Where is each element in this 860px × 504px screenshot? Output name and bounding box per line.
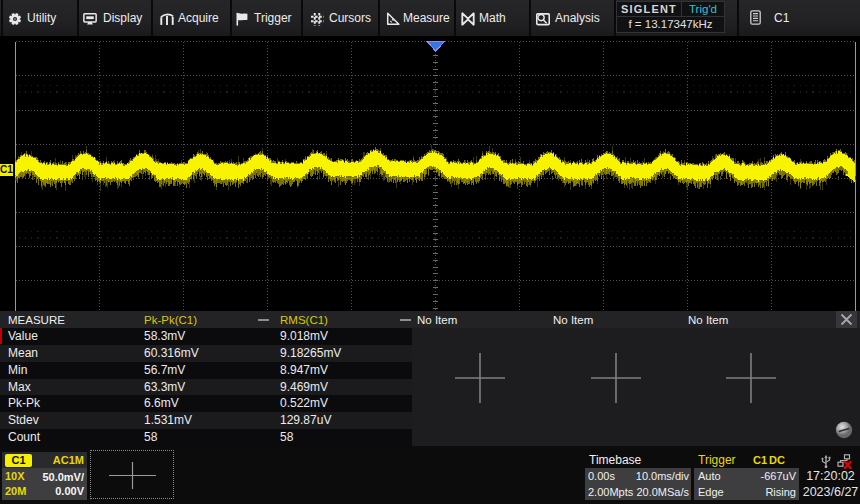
svg-text:C1: C1 — [0, 164, 13, 175]
